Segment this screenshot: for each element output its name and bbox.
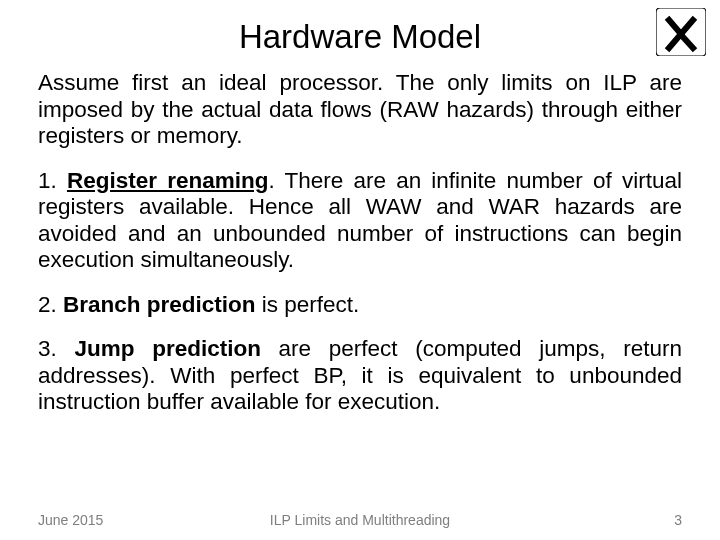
point-3-num: 3.	[38, 336, 74, 361]
point-2: 2. Branch prediction is perfect.	[38, 292, 682, 319]
point-2-num: 2.	[38, 292, 63, 317]
page-number: 3	[674, 512, 682, 528]
point-1-term: Register renaming	[67, 168, 269, 193]
point-1-num: 1.	[38, 168, 67, 193]
footer: June 2015 ILP Limits and Multithreading …	[0, 512, 720, 528]
point-3: 3. Jump prediction are perfect (computed…	[38, 336, 682, 416]
point-3-term: Jump prediction	[74, 336, 260, 361]
footer-title: ILP Limits and Multithreading	[270, 512, 450, 528]
slide-title: Hardware Model	[38, 18, 682, 56]
point-2-term: Branch prediction	[63, 292, 256, 317]
point-2-rest: is perfect.	[256, 292, 360, 317]
institution-logo	[656, 8, 706, 56]
point-1: 1. Register renaming. There are an infin…	[38, 168, 682, 274]
footer-date: June 2015	[38, 512, 103, 528]
intro-paragraph: Assume first an ideal processor. The onl…	[38, 70, 682, 150]
slide: Hardware Model Assume first an ideal pro…	[0, 0, 720, 540]
